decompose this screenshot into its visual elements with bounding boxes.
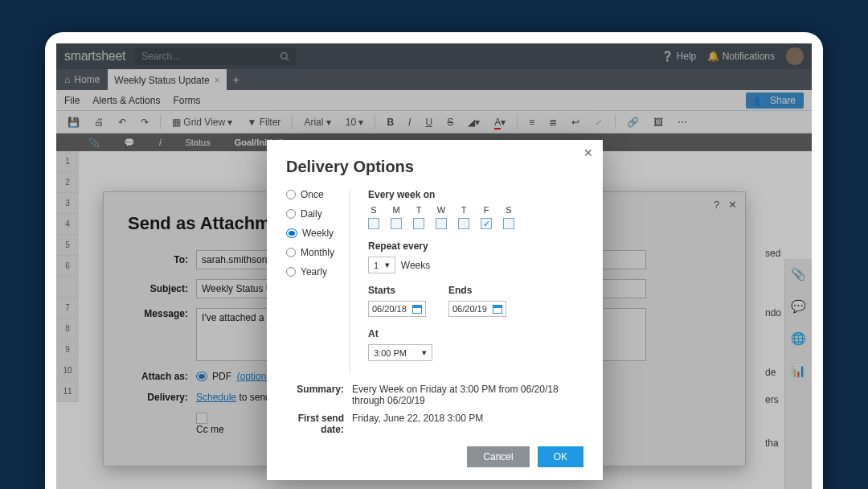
day-label: M [392,205,399,215]
freq-daily[interactable]: Daily [286,208,335,220]
repeat-value-select[interactable]: 1▾ [368,257,395,273]
ends-input[interactable]: 06/20/19 [448,301,506,317]
day-label: S [371,205,376,215]
day-label: W [437,205,445,215]
summary-value: Every Week on Friday at 3:00 PM from 06/… [352,384,583,406]
calendar-icon [412,305,422,314]
starts-input[interactable]: 06/20/18 [368,301,426,317]
repeat-label: Repeat every [368,240,583,252]
freq-yearly[interactable]: Yearly [286,266,335,277]
freq-once[interactable]: Once [286,189,335,200]
day-label: F [484,205,489,215]
day-label: T [416,205,422,215]
calendar-icon [493,305,502,314]
cancel-button[interactable]: Cancel [467,446,529,467]
repeat-unit: Weeks [401,260,430,271]
day-checkbox[interactable] [368,218,379,229]
day-label: S [506,205,511,215]
delivery-options-modal: ✕ Delivery Options Once Daily Weekly Mon… [267,140,603,480]
modal-title: Delivery Options [286,158,583,176]
day-checkbox[interactable] [503,218,514,229]
freq-weekly[interactable]: Weekly [286,228,335,239]
day-checkbox[interactable] [436,218,447,229]
firstsend-label: First send date: [286,413,344,435]
firstsend-value: Friday, June 22, 2018 3:00 PM [352,413,583,435]
day-checkbox[interactable] [413,218,424,229]
day-checkbox[interactable] [391,218,402,229]
summary-label: Summary: [286,384,344,406]
ok-button[interactable]: OK [538,446,583,467]
modal-close-button[interactable]: ✕ [583,146,593,159]
every-week-label: Every week on [368,189,583,200]
day-checkbox[interactable] [458,218,469,229]
day-checkbox[interactable]: ✓ [481,218,492,229]
starts-label: Starts [368,285,426,296]
day-label: T [461,205,467,215]
frequency-radios: Once Daily Weekly Monthly Yearly [286,189,350,372]
at-label: At [368,328,583,339]
freq-monthly[interactable]: Monthly [286,247,335,258]
at-select[interactable]: 3:00 PM▾ [368,344,432,361]
ends-label: Ends [448,285,506,296]
